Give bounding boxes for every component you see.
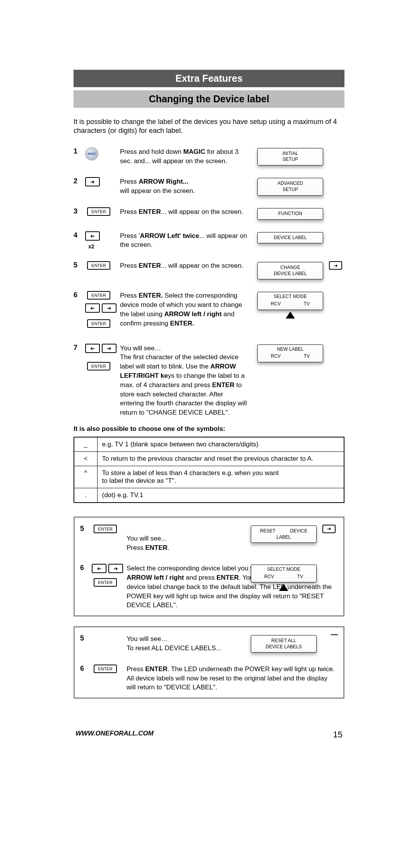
step-row: 6 ENTER ENTER Press ENTER. Select the co… <box>74 291 344 328</box>
step-row: 5 ENTER You will see... Press ENTER. RES… <box>80 525 338 552</box>
step-number: 5 <box>80 525 92 533</box>
step-number: 6 <box>80 564 92 572</box>
step-text: Press ENTER. Select the corresponding de… <box>120 291 252 328</box>
screen-display: CHANGE DEVICE LABEL <box>257 262 323 279</box>
symbols-table: _e.g. TV 1 (blank space between two char… <box>74 437 344 503</box>
step-text: Press ARROW Right... will appear on the … <box>120 177 252 196</box>
arrow-right-connector-icon <box>329 261 342 270</box>
step-text: Press ENTER... will appear on the screen… <box>120 207 252 217</box>
magic-button-icon: MAGIC <box>85 147 98 160</box>
step-row: 1 MAGIC Press and hold down MAGIC for ab… <box>74 147 344 166</box>
step-row: 7 ENTER You will see… The first characte… <box>74 344 344 417</box>
x2-label: x2 <box>88 243 94 250</box>
step-row: 5 You will see… To reset ALL DEVICE LABE… <box>80 634 338 653</box>
step-number: 5 <box>80 634 92 642</box>
step-row: 3 ENTER Press ENTER... will appear on th… <box>74 207 344 220</box>
step-row: 5 ENTER Press ENTER... will appear on th… <box>74 261 344 279</box>
heading-changing-device-label: Changing the Device label <box>74 90 344 108</box>
step-text: Press ENTER. The LED underneath the POWE… <box>127 665 338 692</box>
step-number: 1 <box>74 147 85 155</box>
step-number: 7 <box>74 344 85 352</box>
symbols-heading: It is also possible to choose one of the… <box>74 425 344 433</box>
heading-extra-features: Extra Features <box>74 70 344 87</box>
step-number: 3 <box>74 207 85 215</box>
screen-display: NEW LABEL RCV TV <box>257 344 323 362</box>
screen-display: RESET ALL DEVICE LABELS <box>251 635 317 653</box>
step-row: 6 ENTER Press ENTER. The LED underneath … <box>80 665 338 692</box>
table-row: <To return to the previous character and… <box>74 451 344 466</box>
reset-all-labels-box: 5 You will see… To reset ALL DEVICE LABE… <box>74 626 344 699</box>
screen-display: DEVICE LABEL <box>257 232 323 244</box>
step-text: Press and hold down MAGIC for about 3 se… <box>120 147 252 166</box>
table-row: ^To store a label of less than 4 charact… <box>74 466 344 488</box>
triangle-up-icon <box>279 584 288 591</box>
arrow-left-key-icon <box>92 564 106 573</box>
enter-key-icon: ENTER <box>87 291 110 300</box>
triangle-up-icon <box>286 312 295 319</box>
arrow-left-key-icon <box>85 231 100 241</box>
step-number: 6 <box>80 665 92 673</box>
step-number: 4 <box>74 231 85 239</box>
arrow-right-connector-icon <box>322 525 336 533</box>
reset-device-label-box: 5 ENTER You will see... Press ENTER. RES… <box>74 517 344 617</box>
intro-text: It is possible to change the label of th… <box>74 117 344 136</box>
screen-display: RESET DEVICE LABEL <box>251 525 317 543</box>
screen-display: FUNCTION <box>257 208 323 220</box>
connector-line-icon <box>331 634 338 635</box>
screen-display: SELECT MODE RCV TV <box>251 565 317 582</box>
step-text: Press ENTER... will appear on the screen… <box>120 261 252 270</box>
screen-display: ADVANCED SETUP <box>257 178 323 195</box>
arrow-left-key-icon <box>85 303 100 313</box>
step-text: You will see… To reset ALL DEVICE LABELS… <box>127 634 245 653</box>
enter-key-icon: ENTER <box>87 319 110 328</box>
step-text: You will see… The first character of the… <box>120 344 252 417</box>
enter-key-icon: ENTER <box>94 525 117 533</box>
step-text: You will see... Press ENTER. <box>127 525 245 552</box>
arrow-right-key-icon <box>102 344 116 353</box>
step-row: 4 x2 Press 'ARROW Left' twice... will ap… <box>74 231 344 250</box>
step-row: 2 Press ARROW Right... will appear on th… <box>74 177 344 196</box>
step-number: 5 <box>74 261 85 269</box>
step-number: 6 <box>74 291 85 299</box>
arrow-right-key-icon <box>102 303 116 313</box>
arrow-right-key-icon <box>108 564 123 573</box>
step-text: Press 'ARROW Left' twice... will appear … <box>120 231 252 250</box>
screen-display: SELECT MODE RCV TV <box>257 292 323 310</box>
step-row: 6 ENTER Select the corresponding device … <box>80 564 338 610</box>
page-footer: WWW.ONEFORALL.COM 15 <box>74 730 344 740</box>
step-number: 2 <box>74 177 85 185</box>
arrow-right-key-icon <box>85 177 100 186</box>
enter-key-icon: ENTER <box>87 362 110 370</box>
enter-key-icon: ENTER <box>94 665 117 673</box>
table-row: _e.g. TV 1 (blank space between two char… <box>74 437 344 452</box>
footer-page-number: 15 <box>333 730 343 740</box>
enter-key-icon: ENTER <box>87 207 110 216</box>
arrow-left-key-icon <box>85 344 100 353</box>
footer-url: WWW.ONEFORALL.COM <box>75 730 154 740</box>
enter-key-icon: ENTER <box>87 261 110 270</box>
screen-display: INITIAL SETUP <box>257 148 323 165</box>
enter-key-icon: ENTER <box>94 578 117 587</box>
table-row: .(dot) e.g. TV.1 <box>74 488 344 503</box>
